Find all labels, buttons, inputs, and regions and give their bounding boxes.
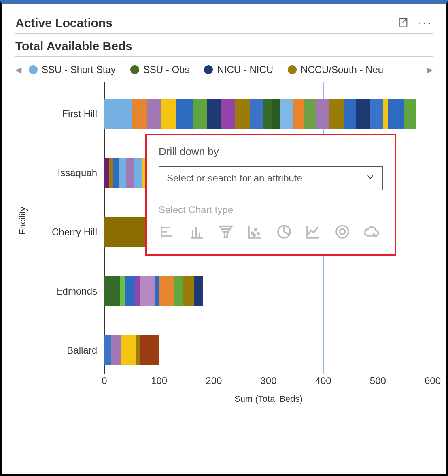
- bar-segment[interactable]: [111, 335, 121, 365]
- chart-type-funnel-icon[interactable]: [217, 223, 235, 241]
- card-header: Active Locations ···: [15, 16, 433, 34]
- bar-segment[interactable]: [193, 99, 207, 129]
- svg-point-0: [251, 232, 253, 234]
- bar-segment[interactable]: [388, 99, 404, 129]
- bar-row[interactable]: [104, 335, 433, 365]
- bar-segment[interactable]: [183, 276, 194, 306]
- header-actions: ···: [397, 17, 433, 30]
- x-tick-label: 400: [315, 375, 331, 386]
- x-tick-label: 600: [425, 375, 441, 386]
- bar-segment[interactable]: [104, 99, 132, 129]
- bar-segment[interactable]: [280, 99, 293, 129]
- popout-icon[interactable]: [397, 17, 409, 30]
- chevron-down-icon: [366, 173, 375, 184]
- chart-title: Total Available Beds: [15, 34, 433, 57]
- x-tick-label: 0: [102, 375, 107, 386]
- bar-segment[interactable]: [135, 276, 140, 306]
- bar-segment[interactable]: [370, 99, 383, 129]
- bar-segment[interactable]: [344, 99, 356, 129]
- bar-segment[interactable]: [272, 99, 281, 129]
- bar-segment[interactable]: [316, 99, 329, 129]
- bar-segment[interactable]: [125, 276, 135, 306]
- chart-type-cloud-tag-icon[interactable]: [363, 223, 380, 241]
- bar-segment[interactable]: [132, 99, 147, 129]
- bar-segment[interactable]: [104, 276, 120, 306]
- legend-item[interactable]: SSU - Obs: [130, 64, 190, 75]
- bar-segment[interactable]: [121, 335, 136, 365]
- y-tick-label: Cherry Hill: [52, 226, 104, 238]
- attribute-select-placeholder: Select or search for an attribute: [167, 173, 302, 184]
- x-tick-label: 300: [260, 375, 276, 386]
- bar-segment[interactable]: [147, 99, 161, 129]
- bar-segment[interactable]: [134, 158, 142, 188]
- chart-type-pie-icon[interactable]: [275, 223, 293, 241]
- legend-item[interactable]: NCCU/South - Neu: [288, 64, 383, 75]
- chart-type-label: Select Chart type: [159, 204, 383, 216]
- y-tick-label: Edmonds: [56, 286, 104, 297]
- legend-label: SSU - Short Stay: [42, 64, 116, 75]
- bar-segment[interactable]: [221, 99, 234, 129]
- legend-swatch: [204, 65, 213, 74]
- bar-segment[interactable]: [235, 99, 250, 129]
- bar-segment[interactable]: [140, 335, 159, 365]
- bar-segment[interactable]: [140, 276, 155, 306]
- bar-segment[interactable]: [304, 99, 316, 129]
- svg-point-6: [340, 229, 345, 234]
- x-tick-label: 200: [206, 375, 222, 386]
- legend-item[interactable]: NICU - NICU: [204, 64, 273, 75]
- bar-segment[interactable]: [176, 99, 193, 129]
- bar-segment[interactable]: [293, 99, 304, 129]
- svg-point-2: [257, 233, 259, 235]
- more-options-icon[interactable]: ···: [418, 17, 433, 29]
- y-tick-label: First Hill: [62, 108, 104, 120]
- chart-type-donut-icon[interactable]: [333, 223, 351, 241]
- chart-type-picker: [159, 223, 383, 241]
- legend-swatch: [29, 65, 38, 74]
- bar-segment[interactable]: [174, 276, 183, 306]
- y-tick-label: Issaquah: [58, 167, 104, 179]
- legend-swatch: [130, 65, 139, 74]
- bar-segment[interactable]: [263, 99, 272, 129]
- svg-point-3: [253, 234, 255, 236]
- x-tick-label: 500: [370, 375, 386, 386]
- bar-segment[interactable]: [113, 158, 119, 188]
- legend-label: NICU - NICU: [217, 64, 273, 75]
- bar-row[interactable]: [104, 99, 433, 129]
- bar-segment[interactable]: [155, 276, 159, 306]
- bar-segment[interactable]: [104, 158, 109, 188]
- legend-scroll-right-icon[interactable]: ▶: [427, 65, 433, 75]
- legend-scroll-left-icon[interactable]: ◀: [15, 65, 21, 75]
- bar-segment[interactable]: [194, 276, 203, 306]
- chart-type-scatter-icon[interactable]: [246, 223, 264, 241]
- bar-segment[interactable]: [136, 335, 139, 365]
- bar-segment[interactable]: [250, 99, 263, 129]
- bar-row[interactable]: [104, 276, 433, 306]
- bar-segment[interactable]: [161, 99, 177, 129]
- legend-item[interactable]: SSU - Short Stay: [29, 64, 116, 75]
- svg-point-5: [336, 226, 348, 238]
- bar-segment[interactable]: [383, 99, 388, 129]
- bar-segment[interactable]: [109, 158, 113, 188]
- bar-segment[interactable]: [159, 276, 174, 306]
- bar-segment[interactable]: [126, 158, 134, 188]
- chart-card: Active Locations ··· Total Available Bed…: [0, 0, 448, 476]
- bar-segment[interactable]: [120, 276, 125, 306]
- bar-segment[interactable]: [119, 158, 126, 188]
- x-tick-label: 100: [151, 375, 167, 386]
- bar-segment[interactable]: [104, 335, 111, 365]
- legend-swatch: [288, 65, 297, 74]
- bar-segment[interactable]: [404, 99, 416, 129]
- grid-line: [433, 82, 433, 374]
- bar-segment[interactable]: [356, 99, 370, 129]
- bar-segment[interactable]: [329, 99, 344, 129]
- legend: ◀ SSU - Short StaySSU - ObsNICU - NICUNC…: [15, 57, 433, 78]
- x-axis-title: Sum (Total Beds): [104, 394, 433, 404]
- chart-type-bar-vertical-icon[interactable]: [188, 223, 206, 241]
- popup-title: Drill down by: [159, 145, 383, 158]
- chart-type-bar-horizontal-icon[interactable]: [159, 223, 176, 241]
- legend-label: SSU - Obs: [143, 64, 190, 75]
- chart-type-line-icon[interactable]: [304, 223, 322, 241]
- bar-segment[interactable]: [207, 99, 221, 129]
- drill-down-popup: Drill down by Select or search for an at…: [145, 134, 396, 256]
- attribute-select[interactable]: Select or search for an attribute: [159, 166, 383, 190]
